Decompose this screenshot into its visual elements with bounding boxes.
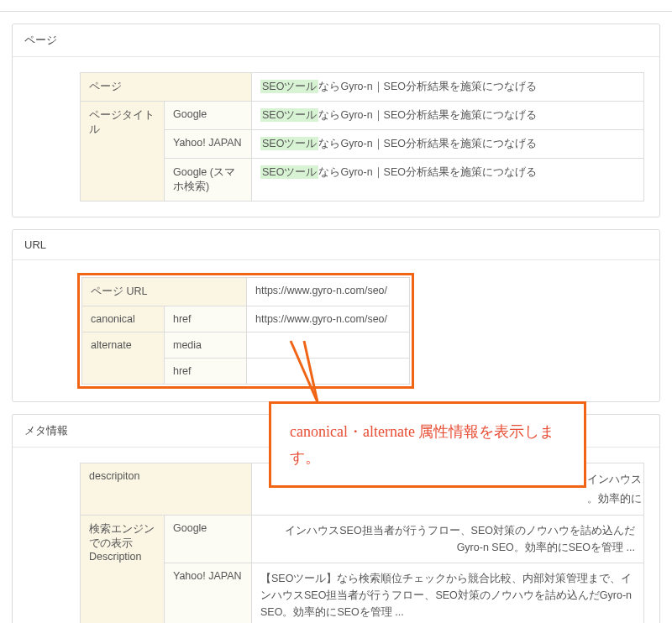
row-sublabel: Google (スマホ検索) [165,159,252,202]
row-label: descripiton [81,463,252,516]
panel-page: ページ ページ SEOツールならGyro-n｜SEO分析結果を施策につなげる ペ… [12,24,660,217]
row-label: ページタイトル [81,102,165,202]
panel-url-body: ページ URL https://www.gyro-n.com/seo/ cano… [13,260,659,401]
row-value: SEOツールならGyro-n｜SEO分析結果を施策につなげる [252,159,644,202]
row-value: https://www.gyro-n.com/seo/ [247,278,410,306]
row-sublabel: Google [165,516,252,563]
row-sublabel: href [165,306,247,332]
row-sublabel: media [165,332,247,359]
table-row: ページ SEOツールならGyro-n｜SEO分析結果を施策につなげる [81,73,644,102]
annotation-callout: canonical・alternate 属性情報を表示します。 [269,401,586,488]
row-value: SEOツールならGyro-n｜SEO分析結果を施策につなげる [252,73,644,102]
table-row: Yahoo! JAPAN 【SEOツール】なら検索順位チェックから競合比較、内部… [81,563,644,624]
table-row: ページタイトル Google SEOツールならGyro-n｜SEO分析結果を施策… [81,102,644,130]
url-table: ページ URL https://www.gyro-n.com/seo/ cano… [81,277,410,385]
panel-page-body: ページ SEOツールならGyro-n｜SEO分析結果を施策につなげる ページタイ… [13,57,659,217]
table-row: Yahoo! JAPAN SEOツールならGyro-n｜SEO分析結果を施策につ… [81,130,644,159]
row-sublabel: href [165,359,247,385]
row-label: 検索エンジンでの表示 Description [81,516,165,624]
row-value [247,332,410,359]
table-row: canonical href https://www.gyro-n.com/se… [82,306,410,332]
row-value [247,359,410,385]
page-table: ページ SEOツールならGyro-n｜SEO分析結果を施策につなげる ページタイ… [80,72,644,202]
table-row: 検索エンジンでの表示 Description Google インハウスSEO担当… [81,516,644,563]
row-sublabel: Google [165,102,252,130]
top-border [0,0,672,12]
row-sublabel: Yahoo! JAPAN [165,130,252,159]
row-sublabel: Yahoo! JAPAN [165,563,252,624]
row-label: alternate [82,332,165,385]
row-label: canonical [82,306,165,332]
row-value: https://www.gyro-n.com/seo/ [247,306,410,332]
row-value: SEOツールならGyro-n｜SEO分析結果を施策につなげる [252,130,644,159]
row-label: ページ [81,73,252,102]
table-row: alternate media [82,332,410,359]
row-value: SEOツールならGyro-n｜SEO分析結果を施策につなげる [252,102,644,130]
row-value: インハウスSEO担当者が行うフロー、SEO対策のノウハウを詰め込んだGyro-n… [252,516,644,563]
panel-url: URL ページ URL https://www.gyro-n.com/seo/ … [12,229,660,402]
row-label: ページ URL [82,278,247,306]
panel-url-title: URL [13,230,659,260]
panel-page-title: ページ [13,24,659,57]
table-row: ページ URL https://www.gyro-n.com/seo/ [82,278,410,306]
annotation-text: canonical・alternate 属性情報を表示します。 [290,423,554,466]
url-highlight-box: ページ URL https://www.gyro-n.com/seo/ cano… [80,275,412,386]
row-value: 【SEOツール】なら検索順位チェックから競合比較、内部対策管理まで、インハウスS… [252,563,644,624]
table-row: Google (スマホ検索) SEOツールならGyro-n｜SEO分析結果を施策… [81,159,644,202]
